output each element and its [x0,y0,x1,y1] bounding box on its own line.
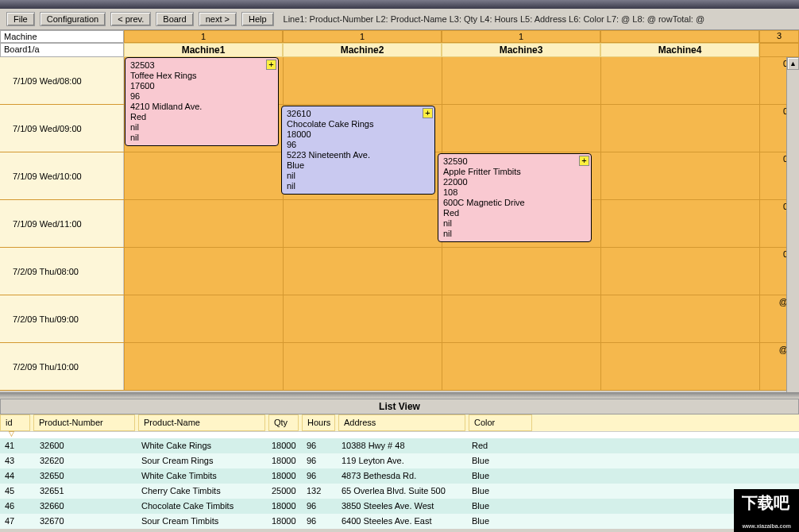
grid-cell[interactable] [600,200,759,247]
job-qty: 18000 [287,129,430,140]
time-label: 7/1/09 Wed/09:00 [0,105,124,152]
board-button[interactable]: Board [156,12,193,26]
job-product-name: Toffee Hex Rings [130,71,273,81]
grid-cell[interactable] [442,295,600,342]
cell-product-name: Sour Cream Timbits [137,515,267,527]
job-card[interactable]: +32610Chocolate Cake Rings18000965223 Ni… [281,106,435,195]
machine1-header[interactable]: Machine1 [124,43,283,57]
grid-cell[interactable] [283,295,442,342]
cell-id: 47 [0,515,35,527]
cell-product-name: Sour Cream Rings [137,455,267,467]
time-label: 7/1/09 Wed/10:00 [0,152,124,199]
job-l8: nil [130,133,273,143]
grid-cell[interactable] [283,343,442,390]
list-view-headers: id▽ Product-Number Product-Name Qty Hour… [0,414,799,432]
cell-id: 46 [0,500,35,512]
toolbar: File Configuration < prev. Board next > … [0,9,799,30]
job-l8: nil [287,181,430,191]
job-card[interactable]: +32590Apple Fritter Timbits22000108600C … [438,153,592,242]
list-row[interactable]: 4632660Chocolate Cake Timbits18000963850… [0,499,799,514]
job-product-number: 32503 [130,60,273,71]
grid-cell[interactable] [442,105,600,152]
expand-icon[interactable]: + [266,60,276,70]
expand-icon[interactable]: + [579,156,589,166]
job-address: 5223 Nineteenth Ave. [287,150,430,160]
grid-cell[interactable] [124,248,283,295]
cell-address: 65 Overlea Blvd. Suite 500 [337,485,467,497]
grid-cell[interactable] [283,57,442,104]
job-product-number: 32610 [287,109,430,119]
job-card[interactable]: +32503Toffee Hex Rings17600964210 Midlan… [125,57,279,146]
job-address: 4210 Midland Ave. [130,102,273,112]
grid-cell[interactable] [600,152,759,199]
watermark: 下载吧 www.xiazaiba.com [734,489,799,532]
cell-product-number: 32650 [35,470,137,482]
row-total-header: 3 [759,30,799,43]
list-row[interactable]: 4132600White Cake Rings180009610388 Hwy … [0,438,799,453]
grid-cell[interactable] [600,105,759,152]
grid-cell[interactable] [600,295,759,342]
machine3-header[interactable]: Machine3 [442,43,600,57]
grid-cell[interactable] [600,57,759,104]
header-hours[interactable]: Hours [302,414,335,431]
cell-address: 4873 Bethesda Rd. [337,470,467,482]
grid-cell[interactable] [442,248,600,295]
cell-id: 43 [0,455,35,467]
cell-id: 45 [0,485,35,497]
grid-cell[interactable] [442,343,600,390]
time-label: 7/2/09 Thu/10:00 [0,343,124,390]
help-button[interactable]: Help [241,12,274,26]
job-color: Red [130,112,273,122]
machine4-header[interactable]: Machine4 [600,43,759,57]
header-product-number[interactable]: Product-Number [33,414,135,431]
header-product-name[interactable]: Product-Name [138,414,265,431]
cell-product-number: 32620 [35,455,137,467]
grid-cell[interactable] [600,248,759,295]
header-address[interactable]: Address [338,414,465,431]
header-id[interactable]: id▽ [0,414,30,431]
grid-cell[interactable] [600,343,759,390]
cell-color: Blue [467,485,531,497]
legend-label: Line1: Product-Number L2: Product-Name L… [284,14,705,24]
configuration-button[interactable]: Configuration [40,12,106,26]
time-label: 7/1/09 Wed/08:00 [0,57,124,104]
job-product-name: Apple Fritter Timbits [443,167,586,177]
grid-cell[interactable] [283,248,442,295]
job-color: Blue [287,160,430,171]
grid-cell[interactable] [124,295,283,342]
grid-cell[interactable] [124,200,283,247]
grid-cell[interactable] [283,200,442,247]
list-row[interactable]: 4532651Cherry Cake Timbits2500013265 Ove… [0,484,799,499]
expand-icon[interactable]: + [423,108,433,118]
scroll-up-icon[interactable]: ▲ [787,57,799,70]
file-button[interactable]: File [6,12,35,26]
grid-cell[interactable] [124,343,283,390]
list-row[interactable]: 4732670Sour Cream Timbits18000966400 Ste… [0,514,799,529]
cell-qty: 25000 [267,485,302,497]
sort-indicator-icon: ▽ [9,430,14,438]
cell-product-name: Cherry Cake Timbits [137,485,267,497]
grid-cell[interactable] [124,152,283,199]
window-titlebar [0,0,799,9]
machine2-header[interactable]: Machine2 [283,43,442,57]
cell-qty: 18000 [267,470,302,482]
cell-qty: 18000 [267,515,302,527]
list-row[interactable]: 4332620Sour Cream Rings1800096119 Leyton… [0,453,799,468]
column-count-2: 1 [283,30,442,43]
splitter[interactable] [0,392,799,399]
cell-qty: 18000 [267,440,302,452]
cell-address: 6400 Steeles Ave. East [337,515,467,527]
time-label: 7/1/09 Wed/11:00 [0,200,124,247]
cell-id: 41 [0,440,35,452]
job-l7: nil [287,171,430,181]
machine-header-label: Machine [0,30,124,43]
cell-hours: 96 [302,440,337,452]
header-color[interactable]: Color [469,414,532,431]
header-qty[interactable]: Qty [268,414,299,431]
list-row[interactable]: 4432650White Cake Timbits18000964873 Bet… [0,468,799,484]
grid-cell[interactable] [442,57,600,104]
job-l8: nil [443,229,586,239]
grid-vertical-scrollbar[interactable]: ▲ [786,57,799,392]
prev-button[interactable]: < prev. [110,12,151,26]
next-button[interactable]: next > [199,12,237,26]
